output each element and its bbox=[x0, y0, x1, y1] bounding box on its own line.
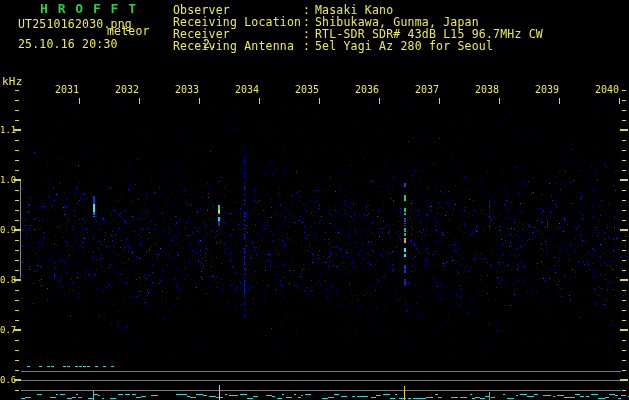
mode-label: meteor bbox=[107, 25, 150, 37]
antenna-label: Receiving Antenna bbox=[173, 40, 303, 52]
hrofft-screen: H R O F F T UT2510162030.png meteor 25.1… bbox=[0, 0, 629, 400]
spectrogram-canvas bbox=[0, 0, 629, 400]
time-tick-2035: 2035 bbox=[295, 84, 323, 95]
time-tick-2040: 2040 bbox=[595, 84, 623, 95]
app-title: H R O F F T bbox=[40, 3, 137, 15]
freq-tick-0-9: 0.9 bbox=[0, 225, 14, 235]
time-tick-2034: 2034 bbox=[235, 84, 263, 95]
station-row-antenna: Receiving Antenna:5el Yagi Az 280 for Se… bbox=[173, 40, 493, 52]
separator: : bbox=[303, 40, 315, 52]
time-tick-2031: 2031 bbox=[55, 84, 83, 95]
time-tick-2037: 2037 bbox=[415, 84, 443, 95]
freq-tick-0-8: 0.8 bbox=[0, 275, 14, 285]
freq-tick-0-6: 0.6 bbox=[0, 375, 14, 385]
time-tick-2038: 2038 bbox=[475, 84, 503, 95]
time-tick-2032: 2032 bbox=[115, 84, 143, 95]
time-tick-2036: 2036 bbox=[355, 84, 383, 95]
freq-axis-unit: kHz bbox=[2, 76, 22, 88]
datetime-label: 25.10.16 20:30 bbox=[18, 38, 118, 50]
antenna-value: 5el Yagi Az 280 for Seoul bbox=[315, 40, 493, 52]
freq-tick-1-1: 1.1 bbox=[0, 125, 14, 135]
freq-tick-1-0: 1.0 bbox=[0, 175, 14, 185]
time-tick-2039: 2039 bbox=[535, 84, 563, 95]
freq-tick-0-7: 0.7 bbox=[0, 325, 14, 335]
time-tick-2033: 2033 bbox=[175, 84, 203, 95]
